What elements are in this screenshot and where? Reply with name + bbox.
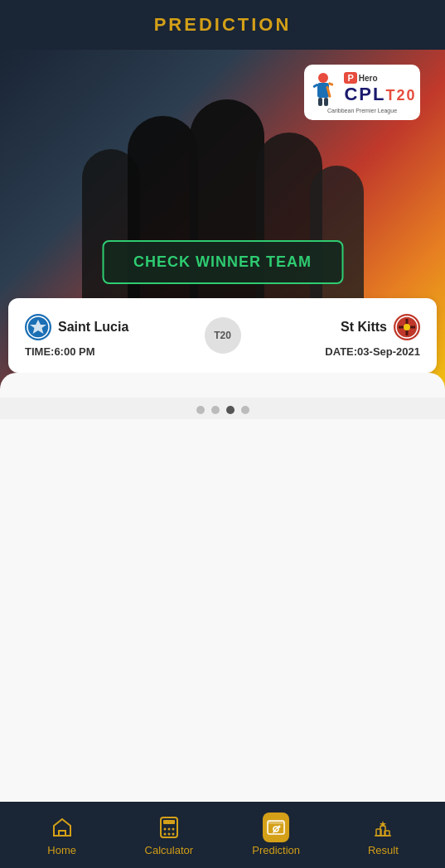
nav-result-label: Result [368,844,399,856]
nav-item-prediction[interactable]: Prediction [223,814,330,856]
app-header: PREDICTION [0,0,445,50]
svg-rect-12 [163,820,175,824]
home-icon [49,814,75,841]
carousel-dot-3[interactable] [241,406,249,414]
svg-point-17 [167,832,170,835]
match-card-wrapper: Saint Lucia TIME:6:00 PM T20 St Kitts [8,298,437,373]
svg-point-9 [404,324,410,330]
st-kitts-logo [394,314,420,340]
cpl-subtitle: Caribbean Premier League [327,108,397,113]
svg-rect-4 [318,98,322,106]
svg-point-13 [163,827,166,830]
hero-banner: P Hero CPLT20 Caribbean Premier League C… [0,50,445,398]
match-time: TIME:6:00 PM [25,345,196,358]
result-icon [370,814,396,841]
svg-rect-20 [268,821,284,824]
carousel-dots [0,398,445,419]
prediction-icon-wrapper [263,814,289,841]
team-right: St Kitts DATE:03-Sep-2021 [249,314,421,358]
saint-lucia-logo [25,314,51,340]
bottom-navigation: Home Calculator [0,802,445,868]
cricket-player-icon [307,71,339,106]
svg-rect-5 [324,98,328,106]
main-content [0,419,445,803]
match-date: DATE:03-Sep-2021 [325,345,420,358]
svg-rect-10 [59,831,65,836]
team-left-name-row: Saint Lucia [25,314,196,340]
svg-point-15 [172,827,174,830]
team-left: Saint Lucia TIME:6:00 PM [25,314,196,358]
nav-item-result[interactable]: Result [330,814,437,856]
svg-point-22 [278,825,281,827]
hero-brand: Hero [359,74,378,83]
nav-calculator-label: Calculator [145,844,194,856]
prediction-icon [267,818,285,837]
calculator-icon [156,814,182,841]
carousel-dot-2[interactable] [226,406,235,414]
carousel-dot-1[interactable] [211,406,220,414]
team-right-name-row: St Kitts [341,314,420,340]
nav-item-home[interactable]: Home [8,814,115,856]
page-title: PREDICTION [154,14,292,36]
saint-lucia-crest [27,316,50,339]
svg-point-0 [318,73,328,83]
team-left-name: Saint Lucia [58,320,128,335]
svg-point-16 [163,832,166,835]
st-kitts-crest [395,316,418,339]
nav-item-calculator[interactable]: Calculator [115,814,222,856]
cpl-text: P Hero CPLT20 [344,72,416,105]
hero-p-logo: P [344,72,356,84]
cpl-main-text: CPLT20 [344,84,416,105]
check-winner-button[interactable]: CHECK WINNER TEAM [102,240,343,284]
team-right-name: St Kitts [341,320,387,335]
cpl-logo: P Hero CPLT20 Caribbean Premier League [304,65,420,120]
match-card[interactable]: Saint Lucia TIME:6:00 PM T20 St Kitts [8,298,437,373]
carousel-dot-0[interactable] [196,406,205,414]
svg-point-18 [172,832,174,835]
nav-prediction-label: Prediction [252,844,300,856]
svg-point-14 [167,827,170,830]
match-type-badge: T20 [205,317,241,354]
nav-home-label: Home [47,844,76,856]
cpl-logo-top: P Hero CPLT20 [307,71,416,106]
banner-curve [0,373,445,398]
